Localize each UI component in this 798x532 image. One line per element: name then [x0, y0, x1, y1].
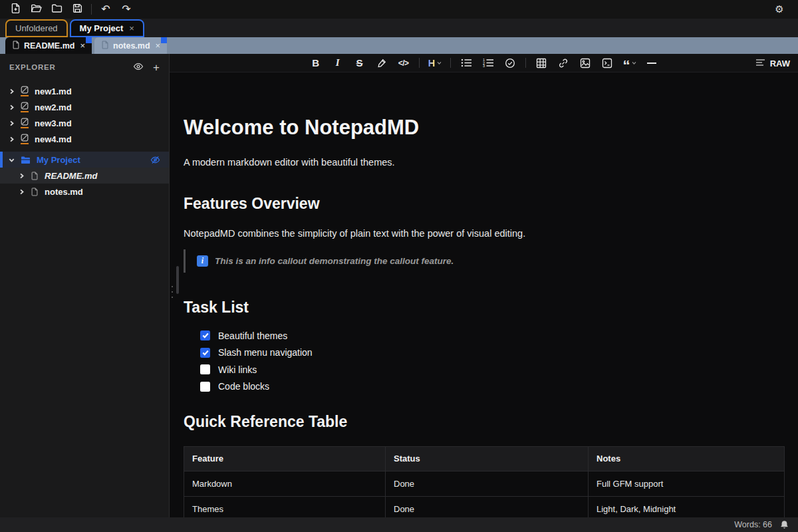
task-list: Beautiful themes Slash menu navigation — [200, 327, 784, 395]
table-button[interactable] — [535, 56, 548, 70]
table-cell: Full GFM support — [589, 471, 785, 496]
bullet-list-button[interactable] — [460, 56, 473, 70]
tree-item-new1[interactable]: new1.md — [0, 83, 169, 99]
eye-off-icon[interactable] — [150, 155, 160, 165]
chevron-right-icon[interactable] — [19, 173, 25, 179]
info-callout: i This is an info callout demonstrating … — [184, 249, 784, 273]
new-file-button[interactable] — [7, 2, 24, 17]
settings-gear-icon: ⚙ — [775, 3, 783, 15]
info-icon: i — [197, 255, 208, 267]
bold-button[interactable]: B — [309, 56, 323, 70]
folder-icon — [51, 3, 63, 16]
eye-icon[interactable] — [133, 61, 144, 74]
save-icon — [72, 3, 83, 16]
status-bar: Words: 66 — [0, 517, 798, 532]
file-icon — [12, 41, 20, 51]
task-list-icon — [505, 58, 515, 68]
file-tab-label: notes.md — [113, 41, 150, 51]
tasks-heading: Task List — [184, 299, 784, 317]
chevron-right-icon[interactable] — [9, 136, 15, 142]
tab-label: Unfoldered — [15, 23, 58, 33]
task-checkbox[interactable] — [200, 382, 210, 392]
image-button[interactable] — [579, 56, 592, 70]
chevron-right-icon[interactable] — [9, 104, 15, 110]
plus-icon[interactable]: + — [153, 62, 160, 73]
close-icon[interactable]: × — [80, 41, 85, 51]
toolbar-separator — [419, 58, 420, 68]
task-label: Code blocks — [218, 381, 269, 392]
task-label: Wiki links — [218, 364, 257, 375]
chevron-right-icon[interactable] — [9, 120, 15, 126]
table-cell: Done — [386, 471, 589, 496]
chevron-right-icon[interactable] — [9, 88, 15, 94]
inline-code-button[interactable]: </> — [397, 56, 410, 70]
sidebar-resize-handle[interactable] — [172, 286, 173, 298]
tree-item-new4[interactable]: new4.md — [0, 131, 169, 147]
bell-icon[interactable] — [780, 520, 789, 529]
file-icon — [31, 172, 39, 180]
highlighter-button[interactable] — [375, 56, 388, 70]
tree-folder-label: My Project — [37, 155, 80, 165]
task-checkbox[interactable] — [200, 331, 210, 340]
italic-button[interactable]: I — [331, 56, 344, 70]
quote-dropdown-button[interactable]: “ — [622, 56, 636, 70]
editor-canvas[interactable]: Welcome to NotepadMD A modern markdown e… — [170, 72, 798, 517]
close-icon[interactable]: × — [156, 41, 161, 51]
doc-title: Welcome to NotepadMD — [184, 115, 784, 140]
open-folder-icon — [31, 3, 42, 16]
top-toolbar: ↶ ↷ ⚙ — [0, 0, 798, 19]
chevron-right-icon[interactable] — [19, 189, 25, 195]
undo-button[interactable]: ↶ — [97, 2, 114, 17]
tree-item-label: new1.md — [35, 86, 72, 96]
save-button[interactable] — [68, 2, 86, 17]
explorer-sidebar: EXPLORER + new1.md — [0, 54, 170, 517]
tree-item-new3[interactable]: new3.md — [0, 115, 169, 131]
tab-unfoldered[interactable]: Unfoldered — [5, 19, 68, 37]
raw-toggle[interactable]: RAW — [755, 54, 790, 72]
open-folder-button[interactable] — [27, 2, 45, 17]
editor-scrollbar[interactable] — [176, 266, 179, 294]
bullet-list-icon — [461, 58, 472, 68]
horizontal-rule-button[interactable] — [645, 56, 658, 70]
close-icon[interactable]: × — [129, 23, 134, 33]
toolbar-separator — [450, 58, 451, 68]
chevron-down-icon — [632, 61, 636, 65]
chevron-down-icon[interactable] — [9, 157, 15, 163]
tree-item-new2[interactable]: new2.md — [0, 99, 169, 115]
embed-button[interactable] — [600, 56, 614, 70]
chevron-down-icon — [437, 61, 442, 65]
link-button[interactable] — [557, 56, 570, 70]
numbered-list-button[interactable]: 123 — [481, 56, 495, 70]
tree-item-notes[interactable]: notes.md — [0, 184, 169, 200]
table-heading: Quick Reference Table — [184, 413, 784, 431]
folder-button[interactable] — [48, 2, 65, 17]
numbered-list-icon: 123 — [483, 58, 494, 68]
svg-text:3: 3 — [483, 64, 485, 68]
file-tab-notes[interactable]: notes.md × — [94, 37, 167, 54]
tab-my-project[interactable]: My Project × — [70, 19, 144, 37]
settings-button[interactable]: ⚙ — [771, 2, 788, 17]
heading-dropdown-button[interactable]: H — [428, 56, 442, 70]
file-tab-readme[interactable]: README.md × — [5, 37, 92, 54]
table-cell: Themes — [184, 496, 386, 517]
toolbar-separator — [91, 4, 92, 15]
link-icon — [558, 58, 569, 68]
table-icon — [536, 58, 547, 68]
tree-item-readme[interactable]: README.md — [0, 168, 169, 184]
quote-icon: “ — [622, 57, 630, 69]
task-item: Slash menu navigation — [200, 344, 784, 361]
task-checkbox[interactable] — [200, 364, 210, 374]
undo-icon: ↶ — [101, 4, 110, 15]
file-tabbar: README.md × notes.md × — [0, 37, 798, 54]
task-list-button[interactable] — [503, 56, 517, 70]
tree-folder-my-project[interactable]: My Project — [0, 152, 169, 168]
unsaved-marker — [161, 37, 167, 43]
table-cell: Markdown — [184, 471, 386, 496]
table-cell: Light, Dark, Midnight — [589, 496, 785, 517]
table-header-row: Feature Status Notes — [184, 446, 785, 471]
strikethrough-button[interactable]: S — [353, 56, 366, 70]
redo-button[interactable]: ↷ — [118, 2, 135, 17]
task-checkbox[interactable] — [200, 348, 210, 358]
tree-item-label: new3.md — [35, 118, 72, 128]
table-header-cell: Feature — [184, 446, 386, 471]
